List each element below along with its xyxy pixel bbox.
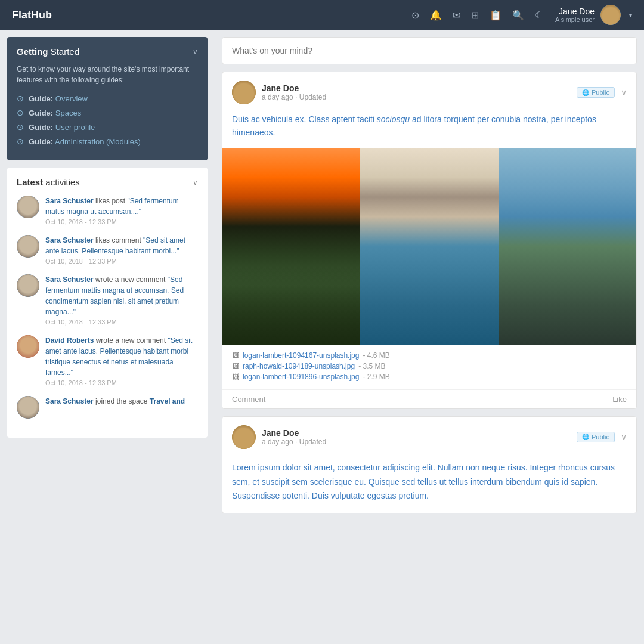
activity-avatar xyxy=(17,274,39,297)
getting-started-card: Getting Started ∨ Get to know your way a… xyxy=(7,37,208,160)
activity-text: Sara Schuster joined the space Travel an… xyxy=(45,396,198,407)
getting-started-header: Getting Started ∨ xyxy=(17,47,198,57)
post-avatar xyxy=(232,80,256,104)
post-input[interactable] xyxy=(232,46,627,55)
user-info: Jane Doe A simple user xyxy=(555,7,595,23)
book-icon[interactable]: 📋 xyxy=(490,10,501,21)
post-body: Duis ac vehicula ex. Class aptent taciti… xyxy=(222,110,636,148)
mail-icon[interactable]: ✉ xyxy=(453,10,460,21)
search-icon[interactable]: 🔍 xyxy=(512,10,524,21)
guide-spaces[interactable]: ⊙ Guide: Spaces xyxy=(17,108,198,117)
attachment-name: raph-howald-1094189-unsplash.jpg xyxy=(243,362,355,370)
guide-administration[interactable]: ⊙ Guide: Administration (Modules) xyxy=(17,137,198,146)
activity-time: Oct 10, 2018 - 12:33 PM xyxy=(45,258,198,265)
attachment-icon: 🖼 xyxy=(232,362,239,370)
activity-time: Oct 10, 2018 - 12:33 PM xyxy=(45,379,198,386)
post-actions: 🌐 Public ∨ xyxy=(577,87,627,98)
grid-icon[interactable]: ⊞ xyxy=(471,10,479,21)
post-image-bridge[interactable] xyxy=(499,148,636,345)
visibility-label: Public xyxy=(592,434,609,441)
post-user-name: Jane Doe xyxy=(262,428,326,438)
activity-text: Sara Schuster likes post "Sed fermentum … xyxy=(45,196,198,217)
activity-item: Sara Schuster likes post "Sed fermentum … xyxy=(17,196,198,225)
activity-text: David Roberts wrote a new comment "Sed s… xyxy=(45,335,198,378)
post-user-name: Jane Doe xyxy=(262,83,326,93)
attachment-item[interactable]: 🖼 logan-lambert-1091896-unsplash.jpg - 2… xyxy=(232,373,627,381)
activity-content: David Roberts wrote a new comment "Sed s… xyxy=(45,335,198,386)
post-meta: a day ago · Updated xyxy=(262,438,326,446)
post-image-mountain[interactable] xyxy=(222,148,360,345)
page-layout: Getting Started ∨ Get to know your way a… xyxy=(0,30,644,644)
post-card: Jane Doe a day ago · Updated 🌐 Public ∨ … xyxy=(222,416,637,513)
attachment-icon: 🖼 xyxy=(232,351,239,360)
post-attachments: 🖼 logan-lambert-1094167-unsplash.jpg - 4… xyxy=(222,345,636,389)
user-name: Jane Doe xyxy=(555,7,595,16)
activity-content: Sara Schuster joined the space Travel an… xyxy=(45,396,198,419)
avatar xyxy=(600,5,621,25)
dropdown-arrow-icon[interactable]: ▾ xyxy=(629,12,632,18)
activities-toggle[interactable]: ∨ xyxy=(193,178,198,187)
post-text: Lorem ipsum dolor sit amet, consectetur … xyxy=(222,455,636,513)
guide-icon: ⊙ xyxy=(17,122,24,132)
guide-user-profile[interactable]: ⊙ Guide: User profile xyxy=(17,122,198,132)
bell-icon[interactable]: 🔔 xyxy=(430,10,442,21)
post-user: Jane Doe a day ago · Updated xyxy=(232,80,326,104)
activity-text: Sara Schuster likes comment "Sed sit ame… xyxy=(45,235,198,256)
activities-title: Latest activities xyxy=(17,177,80,187)
user-menu[interactable]: Jane Doe A simple user ▾ xyxy=(555,5,632,25)
activity-content: Sara Schuster wrote a new comment "Sed f… xyxy=(45,274,198,326)
attachment-icon: 🖼 xyxy=(232,373,239,381)
post-actions: 🌐 Public ∨ xyxy=(577,432,627,442)
activities-card: Latest activities ∨ Sara Schuster likes … xyxy=(7,168,208,438)
activity-item: David Roberts wrote a new comment "Sed s… xyxy=(17,335,198,386)
activity-item: Sara Schuster wrote a new comment "Sed f… xyxy=(17,274,198,326)
post-input-area[interactable] xyxy=(222,37,637,64)
attachment-name: logan-lambert-1091896-unsplash.jpg xyxy=(243,373,359,381)
logo: FlatHub xyxy=(12,9,52,21)
post-header: Jane Doe a day ago · Updated 🌐 Public ∨ xyxy=(222,72,636,110)
globe-icon: 🌐 xyxy=(582,434,589,440)
activity-avatar xyxy=(17,235,39,258)
attachment-item[interactable]: 🖼 logan-lambert-1094167-unsplash.jpg - 4… xyxy=(232,351,627,360)
main-content: Jane Doe a day ago · Updated 🌐 Public ∨ … xyxy=(215,30,644,644)
post-options-toggle[interactable]: ∨ xyxy=(621,432,627,442)
visibility-label: Public xyxy=(592,89,609,96)
post-meta: a day ago · Updated xyxy=(262,93,326,101)
post-header: Jane Doe a day ago · Updated 🌐 Public ∨ xyxy=(222,417,636,455)
getting-started-toggle[interactable]: ∨ xyxy=(193,48,198,56)
visibility-badge: 🌐 Public xyxy=(577,432,615,442)
post-text: Duis ac vehicula ex. Class aptent taciti… xyxy=(232,113,627,140)
attachment-item[interactable]: 🖼 raph-howald-1094189-unsplash.jpg - 3.5… xyxy=(232,362,627,370)
getting-started-desc: Get to know your way around the site's m… xyxy=(17,64,198,85)
comment-button[interactable]: Comment xyxy=(232,395,265,404)
activity-item: Sara Schuster joined the space Travel an… xyxy=(17,396,198,419)
like-button[interactable]: Like xyxy=(612,395,627,404)
post-avatar xyxy=(232,425,256,449)
attachment-size: - 3.5 MB xyxy=(358,362,385,370)
activity-content: Sara Schuster likes post "Sed fermentum … xyxy=(45,196,198,225)
post-options-toggle[interactable]: ∨ xyxy=(621,88,627,97)
post-user-details: Jane Doe a day ago · Updated xyxy=(262,428,326,446)
target-icon[interactable]: ⊙ xyxy=(411,10,419,21)
sidebar: Getting Started ∨ Get to know your way a… xyxy=(0,30,215,644)
activity-avatar xyxy=(17,335,39,358)
post-user: Jane Doe a day ago · Updated xyxy=(232,425,326,449)
user-role: A simple user xyxy=(555,16,595,23)
attachment-size: - 2.9 MB xyxy=(363,373,389,381)
guide-icon: ⊙ xyxy=(17,94,24,103)
post-image-ocean[interactable] xyxy=(360,148,498,345)
guide-icon: ⊙ xyxy=(17,137,24,146)
activity-item: Sara Schuster likes comment "Sed sit ame… xyxy=(17,235,198,265)
moon-icon[interactable]: ☾ xyxy=(535,10,543,21)
guide-icon: ⊙ xyxy=(17,108,24,117)
post-card: Jane Doe a day ago · Updated 🌐 Public ∨ … xyxy=(222,72,637,409)
header: FlatHub ⊙ 🔔 ✉ ⊞ 📋 🔍 ☾ Jane Doe A simple … xyxy=(0,0,644,30)
attachment-name: logan-lambert-1094167-unsplash.jpg xyxy=(243,351,359,360)
activity-time: Oct 10, 2018 - 12:33 PM xyxy=(45,318,198,326)
activities-header: Latest activities ∨ xyxy=(17,177,198,187)
header-nav-icons: ⊙ 🔔 ✉ ⊞ 📋 🔍 ☾ xyxy=(411,10,543,21)
post-footer: Comment Like xyxy=(222,389,636,408)
guide-overview[interactable]: ⊙ Guide: Overview xyxy=(17,94,198,103)
post-user-details: Jane Doe a day ago · Updated xyxy=(262,83,326,101)
activity-time: Oct 10, 2018 - 12:33 PM xyxy=(45,218,198,225)
